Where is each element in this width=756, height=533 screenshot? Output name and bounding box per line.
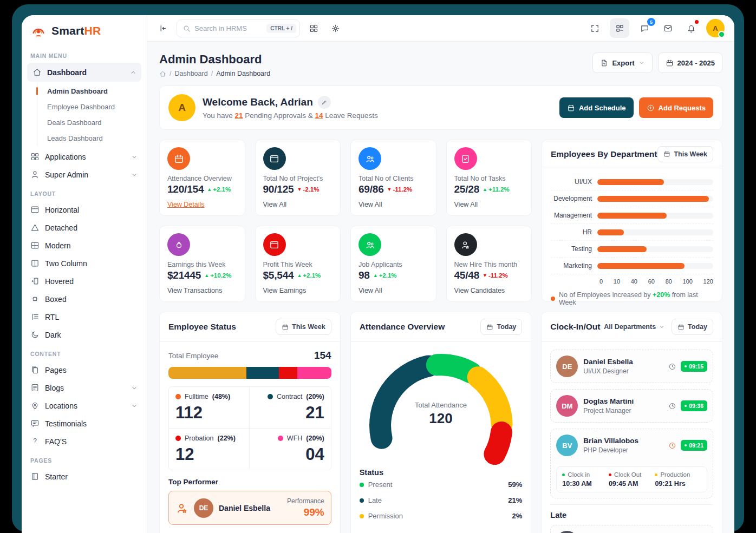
- settings-button[interactable]: [327, 20, 343, 36]
- edit-profile-button[interactable]: [318, 96, 331, 109]
- detail-label: Production: [660, 471, 690, 478]
- sidebar-item-employee-dashboard[interactable]: Employee Dashboard: [37, 99, 147, 115]
- view-all-link[interactable]: View All: [454, 201, 524, 208]
- chart-annotation: No of Employees increased by +20% from l…: [551, 291, 713, 306]
- this-week-button[interactable]: This Week: [276, 319, 331, 335]
- home-icon: [32, 68, 42, 77]
- sidebar-item-testimonials[interactable]: Testimonials: [22, 414, 147, 432]
- clock-row[interactable]: DM Doglas MartiniProject Manager 09:36: [550, 389, 713, 423]
- sidebar-item-modern[interactable]: Modern: [22, 236, 147, 254]
- sidebar-item-label: Modern: [45, 241, 70, 250]
- attendance-icon: [167, 147, 190, 170]
- axis-tick: 60: [648, 278, 655, 285]
- top-performer-box[interactable]: DE Daniel Esbella Performance 99%: [168, 491, 331, 525]
- sidebar-item-two-column[interactable]: Two Column: [22, 254, 147, 272]
- view-all-link[interactable]: View All: [359, 287, 428, 294]
- today-button[interactable]: Today: [480, 319, 522, 335]
- sidebar-collapse-button[interactable]: [155, 20, 171, 36]
- view-all-link[interactable]: View All: [263, 201, 333, 208]
- home-icon[interactable]: [159, 70, 166, 77]
- sidebar-item-starter[interactable]: Starter: [22, 468, 147, 485]
- view-all-link[interactable]: View All: [359, 201, 428, 208]
- legend-row-late: Late21%: [360, 492, 523, 508]
- sidebar-item-super-admin[interactable]: Super Admin: [22, 166, 147, 183]
- sidebar-item-label: Locations: [45, 402, 77, 410]
- view-transactions-link[interactable]: View Transactions: [167, 287, 237, 294]
- applicants-icon: [359, 233, 381, 256]
- sidebar-item-applications[interactable]: Applications: [22, 148, 147, 166]
- trend-indicator: ▲+11.2%: [483, 186, 510, 193]
- stacked-segment-probation: [279, 367, 297, 379]
- dashboard-submenu: Admin Dashboard Employee Dashboard Deals…: [37, 83, 147, 146]
- sidebar-item-detached[interactable]: Detached: [22, 219, 147, 236]
- employee-role: UI/UX Designer: [583, 367, 633, 375]
- search-input[interactable]: [194, 24, 263, 32]
- stat-label: Total No of Project's: [263, 175, 333, 182]
- sidebar-item-leads-dashboard[interactable]: Leads Dashboard: [37, 130, 147, 146]
- today-button[interactable]: Today: [672, 319, 713, 335]
- section-label-main-menu: MAIN MENU: [22, 45, 147, 63]
- sidebar-item-rtl[interactable]: RTL: [22, 308, 147, 326]
- view-candidates-link[interactable]: View Candidates: [454, 287, 524, 294]
- user-avatar[interactable]: A: [706, 19, 725, 37]
- section-label-pages: PAGES: [22, 450, 147, 468]
- sidebar-item-deals-dashboard[interactable]: Deals Dashboard: [37, 115, 147, 130]
- sidebar-item-locations[interactable]: Locations: [22, 397, 147, 414]
- notifications-button[interactable]: [683, 20, 699, 36]
- detail-value: 09:21 Hrs: [655, 480, 701, 488]
- card-title: Employee Status: [168, 322, 236, 332]
- leave-requests-link[interactable]: 14: [315, 111, 323, 120]
- stat-label: Job Applicants: [359, 261, 428, 268]
- stacked-segment-fulltime: [168, 367, 246, 379]
- welcome-avatar: A: [168, 94, 195, 121]
- cell-value: 21: [256, 404, 324, 421]
- sidebar-item-pages[interactable]: Pages: [22, 361, 147, 379]
- money-bag-icon: [174, 240, 184, 250]
- sidebar-item-horizontal[interactable]: Horizontal: [22, 201, 147, 219]
- this-week-button[interactable]: This Week: [657, 146, 713, 162]
- calendar-icon: [486, 324, 493, 331]
- sidebar-item-admin-dashboard[interactable]: Admin Dashboard: [37, 83, 147, 99]
- cell-value: 12: [175, 446, 243, 463]
- trend-indicator: ▲+2.1%: [207, 186, 231, 193]
- layout-grid-button[interactable]: [610, 18, 629, 38]
- sidebar-item-faqs[interactable]: FAQ'S: [22, 432, 147, 450]
- sidebar-item-blogs[interactable]: Blogs: [22, 379, 147, 397]
- sidebar-item-label: Hovered: [45, 277, 74, 286]
- clock-detail-box: Clock in 10:30 AM Clock Out 09:45 AM Pro…: [556, 466, 707, 492]
- add-requests-button[interactable]: Add Requests: [639, 97, 713, 118]
- apps-menu-button[interactable]: [305, 20, 322, 36]
- breadcrumb-dashboard[interactable]: Dashboard: [174, 70, 207, 77]
- chevron-down-icon: [638, 60, 645, 66]
- view-details-link[interactable]: View Details: [167, 201, 237, 208]
- sidebar-item-hovered[interactable]: Hovered: [22, 272, 147, 290]
- axis-tick: 0: [599, 278, 603, 285]
- trend-value: -11.2%: [393, 186, 412, 193]
- add-schedule-button[interactable]: Add Schedule: [559, 97, 634, 118]
- year-range-button[interactable]: 2024 - 2025: [658, 52, 722, 73]
- departments-dropdown[interactable]: All Departments: [604, 323, 665, 331]
- search-box[interactable]: CTRL + /: [177, 19, 300, 37]
- clock-row-expanded[interactable]: BV Brian VillalobosPHP Developer 09:21 C…: [550, 429, 713, 498]
- clock-row[interactable]: DE Daniel EsbellaUI/UX Designer 09:15: [550, 350, 713, 383]
- export-icon: [600, 59, 608, 67]
- pending-approvals-link[interactable]: 21: [235, 111, 243, 120]
- gauge-segment: [436, 365, 471, 372]
- export-button[interactable]: Export: [592, 52, 652, 73]
- trend-arrow-icon: ▲: [373, 273, 378, 278]
- sidebar-item-boxed[interactable]: Boxed: [22, 290, 147, 308]
- sidebar-item-dashboard[interactable]: Dashboard: [27, 63, 141, 82]
- avatar: DE: [556, 356, 578, 377]
- boxed-layout-icon: [30, 294, 40, 304]
- range-label: This Week: [292, 323, 325, 331]
- fullscreen-button[interactable]: [586, 20, 603, 36]
- chevron-down-icon: [131, 402, 138, 410]
- axis-tick: 10: [614, 278, 620, 285]
- sidebar-item-dark[interactable]: Dark: [22, 326, 147, 344]
- view-earnings-link[interactable]: View Earnings: [263, 287, 333, 294]
- mail-button[interactable]: [660, 20, 676, 36]
- late-row[interactable]: AL Anthony Lewis 30 Min: [550, 525, 713, 533]
- chat-button[interactable]: 5: [636, 20, 653, 36]
- clock-in-time-badge: 09:15: [681, 361, 707, 372]
- brand-logo[interactable]: SmartHR: [22, 15, 147, 45]
